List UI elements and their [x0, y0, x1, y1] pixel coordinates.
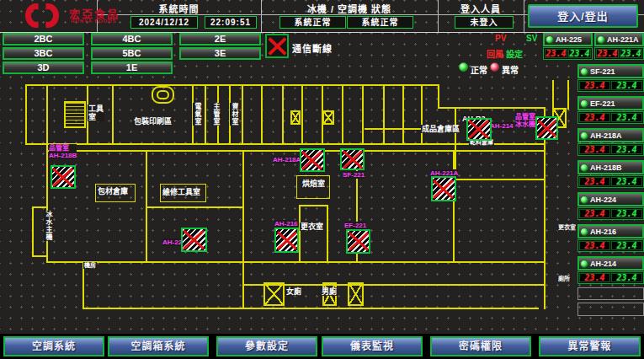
unit-status-led: [580, 260, 588, 268]
wall: [567, 80, 569, 110]
system-time-value: 22:09:51: [205, 16, 257, 29]
unit-name: AH-216: [590, 228, 616, 236]
wall: [301, 84, 303, 145]
unit-pv-value: 23.4: [579, 113, 610, 122]
zone-button-2e[interactable]: 2E: [179, 33, 261, 46]
sv-header: SV: [526, 34, 537, 43]
chiller-status-value: 系統正常: [279, 16, 346, 29]
unit-sv-value: 23.4: [568, 49, 591, 58]
equipment-icon-ah-216[interactable]: [274, 228, 299, 253]
equipment-label-ah-218b: 品管室 AH-218B: [49, 144, 77, 159]
room-label-item: 主管室: [211, 103, 221, 126]
abnormal-label: 異常: [502, 63, 519, 76]
room-label-item: 包裝印刷區: [133, 117, 173, 126]
unit-status-led: [546, 35, 554, 44]
equipment-icon-ah-218a[interactable]: [300, 148, 325, 172]
wall: [421, 84, 423, 145]
wall: [25, 84, 27, 145]
equipment-icon-item[interactable]: [535, 116, 558, 140]
wall: [32, 255, 46, 257]
unit-button-ah-221a[interactable]: AH-221A: [594, 32, 644, 46]
unit-button-sf-221[interactable]: SF-221: [577, 64, 644, 78]
equipment-label-ah-216: AH-216: [274, 220, 298, 228]
unit-values-ah-218b: 23.423.4: [577, 175, 644, 188]
unit-values-ah-221a: 23.423.4: [594, 47, 644, 60]
wall: [261, 84, 263, 145]
nav-button-item[interactable]: 儀表監視: [322, 336, 423, 356]
unit-status-led: [580, 99, 588, 108]
unit-sv-value: 23.4: [611, 81, 642, 90]
equipment-icon-ah-221a[interactable]: [431, 176, 456, 201]
login-logout-button[interactable]: 登入/登出: [528, 4, 638, 28]
unit-button-ef-221[interactable]: EF-221: [577, 96, 644, 110]
unit-pv-value: 23.4: [579, 273, 610, 282]
equipment-icon-ef-221[interactable]: [346, 229, 370, 254]
unit-button-ah-218a[interactable]: AH-218A: [577, 128, 644, 142]
room-label-item: 電氣室: [193, 103, 202, 126]
unit-name: AH-224: [590, 196, 616, 204]
header: 宏亞食品 HUNYA FOODS 系統時間 2024/12/12 22:09:5…: [0, 0, 644, 33]
normal-led: [459, 62, 468, 72]
login-user-value: 未登入: [455, 16, 514, 29]
zone-button-5bc[interactable]: 5BC: [91, 47, 173, 60]
room-label-item: 冰水主機: [44, 211, 53, 241]
login-user-label: 登入人員: [438, 2, 524, 15]
nav-button-item[interactable]: 空調系統: [3, 336, 104, 356]
equipment-icon-ah-214[interactable]: [466, 118, 492, 141]
zone-button-4bc[interactable]: 4BC: [91, 33, 173, 46]
wall: [146, 206, 244, 208]
unit-status-led: [580, 196, 588, 204]
unit-pv-value: 23.4: [545, 49, 567, 58]
divider: [524, 0, 524, 32]
equipment-icon-ah-224[interactable]: [181, 228, 207, 252]
brand-subtitle: HUNYA FOODS: [71, 19, 117, 24]
room-label-item: 女廁: [285, 287, 302, 296]
equipment-label-ah-218a: AH-218A: [273, 156, 301, 163]
nav-button-item[interactable]: 異常警報: [539, 336, 641, 356]
unit-pv-value: 23.4: [579, 145, 610, 154]
wall: [438, 84, 439, 109]
unit-pv-value: 23.4: [579, 241, 610, 250]
shaft-icon: [348, 282, 364, 306]
nav-button-item[interactable]: 參數設定: [216, 336, 317, 356]
nav-button-item[interactable]: 空調箱系統: [108, 336, 209, 356]
room-label-item: 維修工具室: [162, 188, 201, 196]
unit-sv-value: 23.4: [620, 49, 642, 58]
wall: [82, 308, 539, 309]
unit-pv-value: 23.4: [596, 49, 619, 58]
unit-name: SF-221: [590, 67, 615, 76]
unit-pv-value: 23.4: [579, 177, 610, 186]
zone-button-2bc[interactable]: 2BC: [3, 33, 84, 46]
hmi-screen: 工具 室包裝印刷區電氣室主管室資材室AH-B3成品倉庫區乾料倉庫烘焙室包材倉庫維…: [0, 0, 644, 359]
unit-button-ah-224[interactable]: AH-224: [577, 192, 644, 206]
unit-values-ah-214: 23.423.4: [577, 271, 644, 284]
equipment-label-sf-221: SF-221: [343, 171, 365, 179]
room-label-item: 烘焙室: [301, 180, 326, 188]
nav-button-item[interactable]: 密碼權限: [430, 336, 531, 356]
room-label-item: 更衣室: [557, 224, 577, 231]
wall: [362, 84, 364, 145]
system-date-value: 2024/12/12: [130, 16, 198, 29]
unit-button-ah-216[interactable]: AH-216: [577, 224, 644, 238]
equipment-icon-ah-218b[interactable]: [51, 165, 76, 189]
wall: [46, 261, 546, 263]
zone-button-3e[interactable]: 3E: [179, 47, 261, 60]
wall: [455, 179, 546, 180]
unit-name: EF-221: [590, 99, 615, 108]
unit-button-ah-225[interactable]: AH-225: [543, 32, 593, 46]
wall: [327, 205, 328, 263]
unit-name: AH-221A: [607, 35, 639, 44]
wall: [552, 80, 554, 110]
zone-button-1e[interactable]: 1E: [91, 62, 173, 74]
sv-subheader: 設定: [506, 47, 523, 60]
unit-button-ah-214[interactable]: AH-214: [577, 256, 644, 271]
zone-button-3d[interactable]: 3D: [3, 62, 84, 74]
wall: [242, 284, 546, 286]
comm-offline-label: 通信斷線: [292, 41, 333, 55]
equipment-icon-sf-221[interactable]: [340, 148, 365, 170]
zone-button-3bc[interactable]: 3BC: [3, 47, 84, 60]
normal-label: 正常: [471, 63, 487, 76]
unit-button-ah-218b[interactable]: AH-218B: [577, 160, 644, 174]
unit-empty-slot: [577, 287, 644, 300]
shaft-icon: [263, 282, 285, 306]
